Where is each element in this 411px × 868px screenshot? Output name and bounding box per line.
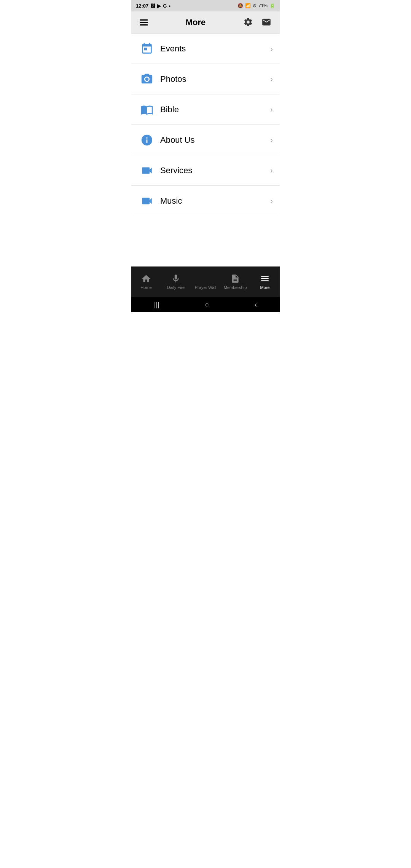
menu-label-about-us: About Us xyxy=(160,135,270,145)
mail-button[interactable] xyxy=(260,16,273,30)
nav-label-home: Home xyxy=(140,285,151,290)
menu-item-music[interactable]: Music › xyxy=(131,186,280,216)
nav-label-prayer-wall: Prayer Wall xyxy=(195,285,216,290)
menu-item-photos[interactable]: Photos › xyxy=(131,64,280,94)
battery-icon: 🔋 xyxy=(269,3,275,8)
menu-lines-icon xyxy=(260,274,270,284)
android-recent-button[interactable]: ||| xyxy=(147,298,167,312)
hamburger-menu-button[interactable] xyxy=(138,18,150,27)
gear-icon xyxy=(243,17,253,28)
document-icon xyxy=(230,274,240,284)
status-right: 🔕 📶 ⊘ 71% 🔋 xyxy=(237,3,275,8)
nav-label-daily-fire: Daily Fire xyxy=(167,285,185,290)
nav-label-membership: Membership xyxy=(224,285,247,290)
mute-icon: 🔕 xyxy=(237,3,243,8)
nav-item-more[interactable]: More xyxy=(250,271,280,293)
google-icon: G xyxy=(163,3,167,9)
nav-item-prayer-wall[interactable]: Prayer Wall xyxy=(191,271,220,293)
nav-item-home[interactable]: Home xyxy=(131,271,161,293)
bottom-navigation: Home Daily Fire Prayer Wall Membership M… xyxy=(131,266,280,297)
menu-item-events[interactable]: Events › xyxy=(131,34,280,64)
dot-icon: • xyxy=(169,3,170,9)
youtube-icon: ▶ xyxy=(157,3,161,9)
top-bar-action-icons xyxy=(242,16,273,30)
chevron-bible: › xyxy=(270,105,273,114)
android-back-icon: ‹ xyxy=(255,301,257,309)
android-home-button[interactable]: ○ xyxy=(198,298,217,312)
home-icon xyxy=(141,274,151,284)
settings-button[interactable] xyxy=(242,16,255,30)
menu-item-services[interactable]: Services › xyxy=(131,155,280,186)
battery-text: 71% xyxy=(258,3,268,8)
cross-chat-icon xyxy=(201,274,210,284)
book-icon xyxy=(138,101,156,118)
mail-icon xyxy=(261,17,271,28)
status-left: 12:07 🖼 ▶ G • xyxy=(136,3,170,9)
menu-item-about-us[interactable]: About Us › xyxy=(131,125,280,155)
alarm-icon: ⊘ xyxy=(253,3,256,8)
android-back-button[interactable]: ‹ xyxy=(247,298,264,312)
chevron-photos: › xyxy=(270,75,273,83)
video-icon-services xyxy=(138,162,156,179)
nav-label-more: More xyxy=(260,285,269,290)
wifi-icon: 📶 xyxy=(245,3,251,8)
mic-icon xyxy=(171,274,181,284)
menu-list: Events › Photos › Bible › About Us › xyxy=(131,34,280,266)
camera-icon xyxy=(138,70,156,88)
menu-item-bible[interactable]: Bible › xyxy=(131,94,280,125)
video-icon-music xyxy=(138,192,156,210)
chevron-services: › xyxy=(270,166,273,175)
hamburger-icon xyxy=(140,19,148,26)
menu-label-photos: Photos xyxy=(160,74,270,84)
menu-label-services: Services xyxy=(160,166,270,176)
menu-label-events: Events xyxy=(160,44,270,54)
menu-label-bible: Bible xyxy=(160,105,270,115)
nav-item-membership[interactable]: Membership xyxy=(220,271,250,293)
chevron-music: › xyxy=(270,196,273,205)
calendar-icon xyxy=(138,40,156,57)
chevron-about-us: › xyxy=(270,136,273,144)
nav-item-daily-fire[interactable]: Daily Fire xyxy=(161,271,191,293)
menu-label-music: Music xyxy=(160,196,270,206)
page-title: More xyxy=(186,18,206,27)
info-icon xyxy=(138,131,156,149)
status-bar: 12:07 🖼 ▶ G • 🔕 📶 ⊘ 71% 🔋 xyxy=(131,0,280,11)
android-home-icon: ○ xyxy=(205,301,209,309)
chevron-events: › xyxy=(270,45,273,53)
android-nav-bar: ||| ○ ‹ xyxy=(131,297,280,312)
recent-icon: ||| xyxy=(154,301,159,309)
status-time: 12:07 xyxy=(136,3,148,9)
photo-icon: 🖼 xyxy=(150,3,155,9)
top-bar: More xyxy=(131,11,280,34)
